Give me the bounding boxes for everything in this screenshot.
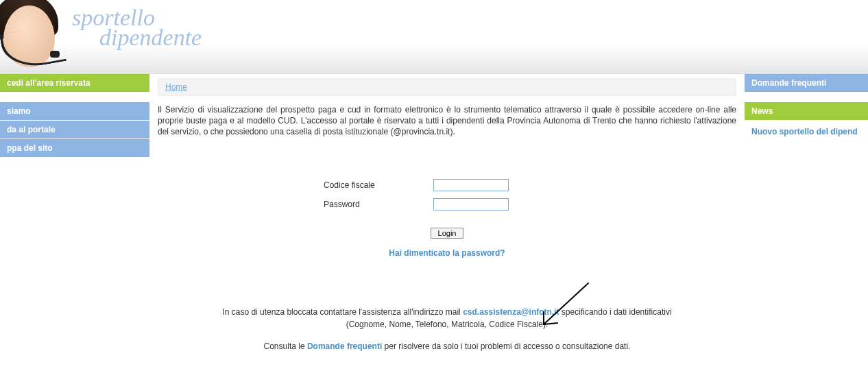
cf-label: Codice fiscale xyxy=(310,180,433,190)
faq-link[interactable]: Domande frequenti xyxy=(307,341,382,351)
intro-paragraph: Il Servizio di visualizzazione del prosp… xyxy=(158,104,736,138)
right-sidebar: Domande frequenti News Nuovo sportello d… xyxy=(745,74,868,373)
cf-input[interactable] xyxy=(433,179,509,191)
right-item-news[interactable]: News xyxy=(745,102,868,120)
password-label: Password xyxy=(310,200,433,209)
sidebar-item-chisiamo[interactable]: siamo xyxy=(0,102,149,120)
assist-text-2: (Cognome, Nome, Telefono, Matricola, Cod… xyxy=(149,318,745,331)
main-content: Home Il Servizio di visualizzazione del … xyxy=(149,74,745,373)
sidebar-item-guida[interactable]: da al portale xyxy=(0,121,149,139)
operator-avatar xyxy=(0,0,72,74)
assist-email-link[interactable]: csd.assistenza@infotn.it xyxy=(463,307,559,317)
right-item-faq[interactable]: Domande frequenti xyxy=(745,74,868,92)
assist-text-3a: Consulta le xyxy=(264,341,307,351)
forgot-password-link[interactable]: Hai dimenticato la password? xyxy=(389,248,505,258)
breadcrumb-home-link[interactable]: Home xyxy=(165,82,187,92)
logo-text: sportello dipendente xyxy=(72,8,202,48)
news-link-nuovo-sportello[interactable]: Nuovo sportello del dipend xyxy=(751,127,858,136)
assistance-block: In caso di utenza bloccata contattare l'… xyxy=(149,306,745,352)
sidebar-item-mappa[interactable]: ppa del sito xyxy=(0,139,149,157)
assist-text-1a: In caso di utenza bloccata contattare l'… xyxy=(222,307,463,317)
login-button[interactable]: Login xyxy=(431,228,464,239)
assist-text-3b: per risolvere da solo i tuoi problemi di… xyxy=(382,341,630,351)
breadcrumb: Home xyxy=(158,78,736,96)
sidebar-item-accedi[interactable]: cedi all'area riservata xyxy=(0,74,149,92)
login-form: Codice fiscale Password Login Hai diment… xyxy=(310,179,584,258)
password-input[interactable] xyxy=(433,198,509,211)
header: sportello dipendente xyxy=(0,0,868,74)
left-sidebar: cedi all'area riservata siamo da al port… xyxy=(0,74,149,373)
assist-text-1b: specificando i dati identificativi xyxy=(559,307,672,317)
